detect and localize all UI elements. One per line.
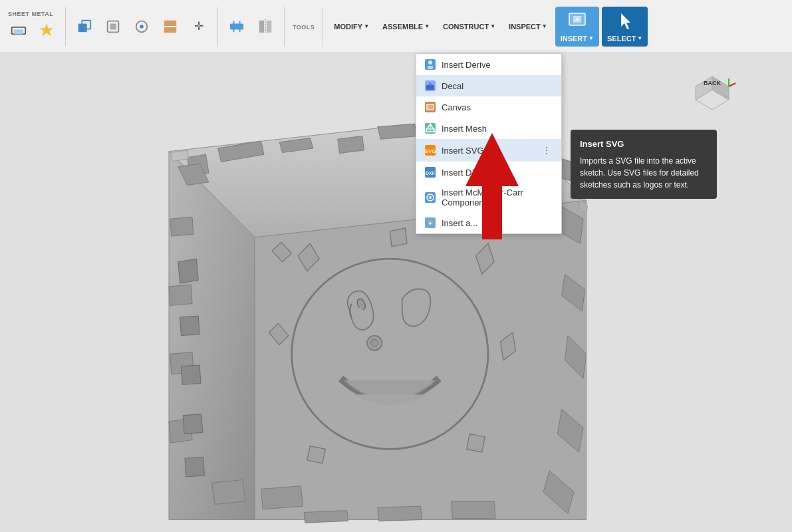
svg-icon: SVG [424, 144, 436, 156]
mcmaster-icon [424, 192, 436, 203]
svg-marker-54 [185, 457, 205, 477]
insert-svg-item[interactable]: SVG Insert SVG ⋮ [416, 139, 561, 162]
flange-icon [11, 23, 27, 39]
svg-rect-16 [267, 20, 271, 32]
modify-menu[interactable]: MODIFY ▼ [329, 7, 374, 47]
decal-item[interactable]: Decal [416, 75, 561, 96]
svg-line-72 [729, 83, 735, 86]
component-icon [76, 19, 92, 35]
insert-dxf-label: Insert DXF [442, 168, 553, 178]
toolbar: SHEET METAL [0, 0, 792, 53]
group-icons [223, 13, 279, 40]
insert-mesh-item[interactable]: Insert Mesh [416, 118, 561, 139]
insert-dropdown-menu: Insert Derive Decal Canvas [416, 53, 562, 234]
sheet-metal-label: SHEET METAL [5, 9, 56, 17]
joint-button[interactable] [128, 13, 155, 40]
assemble-label: ASSEMBLE ▼ [382, 23, 430, 31]
svg-rect-76 [428, 66, 433, 69]
insert-dxf-item[interactable]: DXF Insert DXF [416, 162, 561, 183]
new-component-button[interactable] [100, 13, 126, 40]
svg-text:DXF: DXF [426, 171, 436, 176]
svg-marker-46 [212, 480, 246, 505]
canvas-icon [424, 101, 436, 113]
svg-rect-3 [78, 23, 87, 32]
svg-marker-53 [183, 414, 203, 434]
svg-point-93 [429, 196, 432, 199]
svg-rect-12 [230, 23, 243, 29]
svg-marker-51 [180, 316, 200, 336]
nav-cube[interactable]: BACK [686, 66, 739, 120]
svg-marker-41 [304, 511, 348, 523]
section-icon [162, 19, 178, 35]
flange-button[interactable] [5, 17, 32, 44]
construct-label: CONSTRUCT ▼ [443, 23, 495, 31]
inspect-arrow: ▼ [542, 23, 547, 29]
svg-marker-44 [169, 285, 192, 305]
insert-label: INSERT ▼ [561, 35, 594, 43]
mirror-icon [257, 19, 273, 35]
inspect-menu[interactable]: INSPECT ▼ [503, 7, 553, 47]
decal-label: Decal [442, 81, 553, 91]
standard-icons: ✛ [71, 13, 212, 40]
insert-derive-label: Insert Derive [442, 60, 553, 70]
stamp-icon [39, 23, 55, 39]
svg-marker-2 [40, 23, 54, 36]
mirror-button[interactable] [252, 13, 279, 40]
select-menu[interactable]: SELECT ▼ [602, 7, 648, 47]
decal-icon [424, 80, 436, 92]
svg-marker-30 [378, 124, 418, 139]
sheet-metal-section: SHEET METAL [5, 8, 60, 45]
insert-menu[interactable]: INSERT ▼ [555, 7, 599, 47]
svg-marker-52 [181, 365, 201, 385]
svg-point-56 [371, 339, 378, 346]
tools-label: TOOLS [290, 23, 317, 31]
svg-marker-65 [307, 446, 326, 464]
canvas-item[interactable]: Canvas [416, 96, 561, 118]
svg-text:BACK: BACK [704, 80, 721, 86]
svg-text:+: + [428, 219, 432, 227]
svg-marker-49 [338, 136, 364, 154]
insert-arrow: ▼ [589, 35, 594, 41]
move-button[interactable]: ✛ [186, 13, 212, 40]
sheet-metal-icons [5, 17, 60, 44]
section-button[interactable] [157, 13, 184, 40]
dxf-icon: DXF [424, 166, 436, 178]
insert-a-item[interactable]: + Insert a... [416, 212, 561, 233]
tools-section: TOOLS [290, 21, 317, 32]
insert-icon [567, 11, 588, 33]
insert-mesh-label: Insert Mesh [442, 124, 553, 134]
move-icon: ✛ [191, 19, 207, 35]
svg-rect-1 [14, 29, 23, 34]
stamp-button[interactable] [33, 17, 60, 44]
component-button[interactable] [71, 13, 98, 40]
svg-rect-78 [426, 85, 434, 90]
inspect-label: INSPECT ▼ [509, 23, 547, 31]
insert-a-label: Insert a... [442, 218, 553, 228]
viewport[interactable]: BACK [0, 53, 792, 532]
tooltip-title: Insert SVG [580, 138, 708, 151]
select-label: SELECT ▼ [607, 35, 642, 43]
construct-arrow: ▼ [490, 23, 495, 29]
svg-marker-22 [621, 13, 630, 29]
svg-rect-15 [259, 20, 264, 32]
svg-marker-64 [467, 434, 485, 452]
insert-mcmaster-label: Insert McMaster-Carr Component [442, 188, 553, 207]
mesh-icon [424, 122, 436, 134]
modify-arrow: ▼ [364, 23, 369, 29]
select-icon [614, 11, 636, 33]
assemble-arrow: ▼ [424, 23, 430, 29]
pattern-button[interactable] [223, 13, 250, 40]
svg-marker-40 [378, 506, 422, 521]
svg-marker-47 [261, 486, 303, 509]
insert-derive-item[interactable]: Insert Derive [416, 54, 561, 75]
insert-mcmaster-item[interactable]: Insert McMaster-Carr Component [416, 183, 561, 212]
svg-marker-50 [178, 259, 198, 283]
svg-text:SVG: SVG [425, 148, 436, 154]
tooltip-description: Imports a SVG file into the active sketc… [580, 155, 708, 191]
construct-menu[interactable]: CONSTRUCT ▼ [438, 7, 501, 47]
derive-icon [424, 59, 436, 70]
svg-text:✛: ✛ [194, 19, 203, 32]
pattern-icon [229, 19, 245, 35]
svg-more-button[interactable]: ⋮ [540, 144, 553, 157]
assemble-menu[interactable]: ASSEMBLE ▼ [377, 7, 435, 47]
